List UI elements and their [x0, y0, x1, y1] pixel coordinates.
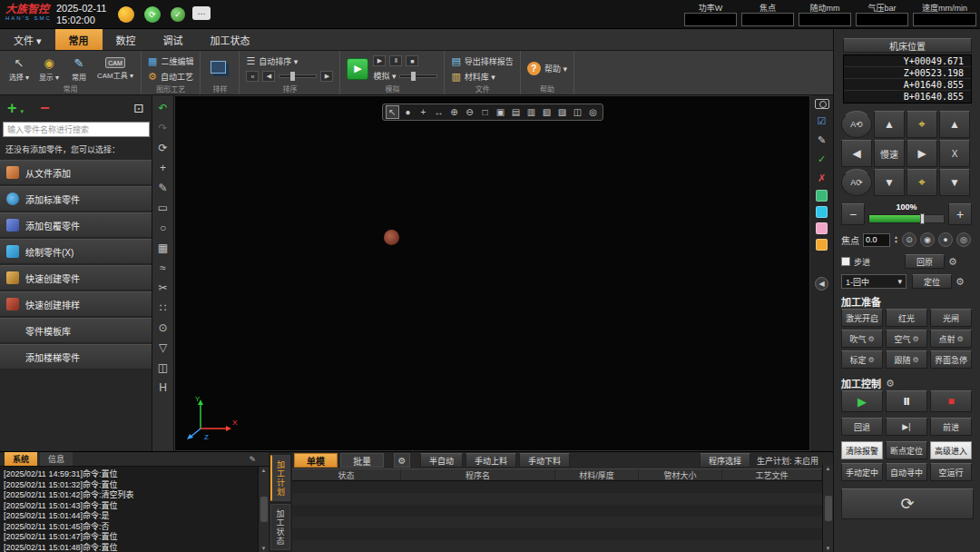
sim-stop-button[interactable]: ■: [406, 55, 418, 66]
quick-create-part-item[interactable]: 快速创建零件: [0, 265, 152, 291]
col-process-file[interactable]: 工艺文件: [722, 469, 822, 480]
air-button[interactable]: 空气 ⚙: [886, 330, 927, 348]
speed-handle[interactable]: [920, 213, 925, 224]
menu-debug[interactable]: 调试: [150, 29, 197, 50]
simulate-start-button[interactable]: ▶: [347, 58, 368, 80]
step-back-button[interactable]: 回退: [841, 418, 883, 436]
tab-single-mode[interactable]: 单模: [294, 453, 338, 468]
jog-z-up-button[interactable]: ▲: [939, 111, 970, 138]
pause-button[interactable]: Ⅱ: [886, 390, 927, 412]
single-step-button[interactable]: ▶|: [886, 418, 927, 436]
scroll-up-icon[interactable]: ▲: [261, 468, 267, 473]
home-settings-icon[interactable]: ⚙: [948, 256, 957, 268]
red-light-button[interactable]: 红光: [886, 309, 927, 327]
slow-speed-button[interactable]: 慢速: [874, 140, 905, 167]
tab-batch-mode[interactable]: 批量: [340, 453, 384, 468]
remove-part-button[interactable]: −: [40, 99, 50, 118]
curve-icon[interactable]: ≈: [155, 260, 172, 276]
breakpoint-locate-button[interactable]: 断点定位: [886, 441, 927, 459]
log-list[interactable]: [2025/02/11 14:59:31]命令:置位 [2025/02/11 1…: [0, 467, 269, 552]
nest-tool[interactable]: [207, 59, 232, 79]
message-icon[interactable]: ⋯: [192, 6, 211, 20]
center-view-icon[interactable]: ◎: [586, 105, 600, 119]
quick-create-nest-item[interactable]: 快速创建排样: [0, 291, 152, 317]
sim-speed-slider[interactable]: [399, 74, 437, 78]
focus-spinner[interactable]: ▲▼: [894, 235, 898, 244]
tab-system[interactable]: 系统: [5, 452, 37, 466]
nozzle-light-down-button[interactable]: ⌖: [906, 169, 937, 196]
col-material-thickness[interactable]: 材料/厚度: [555, 469, 639, 480]
add-wrap-part-item[interactable]: 添加包覆零件: [0, 212, 152, 238]
control-settings-icon[interactable]: ⚙: [886, 378, 895, 389]
stop-button[interactable]: ■: [930, 390, 972, 412]
spot-shot-settings-icon[interactable]: ⚙: [956, 335, 963, 343]
jog-down-button[interactable]: ▼: [874, 169, 905, 196]
focus-action-button-4[interactable]: ◎: [956, 232, 971, 247]
machine-position-button[interactable]: 机床位置: [843, 38, 972, 53]
sim-pause-button[interactable]: Ⅱ: [389, 55, 402, 66]
tab-info[interactable]: 信息: [40, 452, 73, 466]
ok-status-icon[interactable]: ✓: [171, 7, 185, 22]
spot-shot-button[interactable]: 点射 ⚙: [930, 330, 972, 348]
redo-icon[interactable]: ↷: [155, 120, 172, 136]
edit-list-icon[interactable]: ✎: [815, 133, 829, 147]
chamfer-icon[interactable]: ▽: [155, 340, 172, 356]
help-tool[interactable]: ? 帮助 ▾: [527, 62, 567, 75]
program-select-button[interactable]: 程序选择: [700, 453, 750, 468]
jog-left-button[interactable]: ◀: [841, 140, 872, 167]
blow-button[interactable]: 吹气 ⚙: [841, 330, 883, 348]
scroll-thumb[interactable]: [825, 496, 832, 521]
view-top-icon[interactable]: ▧: [540, 105, 554, 119]
sort-first-button[interactable]: «: [246, 71, 259, 82]
menu-file[interactable]: 文件 ▾: [0, 29, 55, 50]
auto-sort-tool[interactable]: ☰ 自动排序 ▾: [246, 55, 333, 67]
axis-x-button[interactable]: X: [939, 140, 970, 167]
part-template-library-item[interactable]: 零件模板库: [0, 318, 152, 343]
layer-orange-swatch[interactable]: [816, 239, 828, 251]
step-forward-button[interactable]: 前进: [930, 418, 972, 436]
table-body[interactable]: [292, 481, 822, 552]
speed-minus-button[interactable]: −: [841, 203, 865, 225]
laser-on-button[interactable]: 激光开启: [841, 309, 883, 327]
view-front-icon[interactable]: ▤: [509, 105, 523, 119]
start-button[interactable]: ▶: [841, 390, 883, 412]
display-tool[interactable]: ◉ 显示 ▾: [36, 56, 62, 82]
circle-icon[interactable]: ○: [155, 220, 172, 236]
canvas-select-icon[interactable]: ↖: [386, 105, 399, 119]
zoom-fit-icon[interactable]: ▣: [494, 105, 507, 119]
sort-slider[interactable]: [279, 74, 317, 78]
mode-settings-button[interactable]: ⚙: [394, 453, 410, 468]
select-tool[interactable]: ↖ 选择 ▾: [6, 56, 32, 82]
follow-button[interactable]: 跟随 ⚙: [886, 350, 927, 369]
draw-line-icon[interactable]: ✎: [155, 180, 172, 196]
add-part-dropdown-icon[interactable]: ▾: [21, 108, 24, 115]
focus-action-button-1[interactable]: ⊙: [902, 232, 916, 247]
pan-icon[interactable]: ↔: [432, 105, 446, 119]
hbeam-profile-icon[interactable]: H: [155, 380, 172, 396]
simulate-tool[interactable]: 模拟 ▾: [373, 70, 437, 82]
follow-settings-icon[interactable]: ⚙: [912, 356, 918, 364]
dry-run-button[interactable]: 空运行: [930, 463, 972, 481]
undo-icon[interactable]: ↶: [155, 100, 172, 116]
manual-center-button[interactable]: 手动定中: [841, 463, 883, 481]
confirm-icon[interactable]: ✓: [815, 152, 829, 166]
collapse-panel-button[interactable]: ◀: [815, 277, 828, 291]
view-all-icon[interactable]: ◫: [571, 105, 584, 119]
view-iso-icon[interactable]: ▨: [555, 105, 569, 119]
tab-machining-state[interactable]: 加工状态: [270, 504, 290, 550]
jog-up-button[interactable]: ▲: [874, 111, 905, 138]
draw-part-item[interactable]: 绘制零件(X): [0, 239, 152, 264]
rotate-a-ccw-button[interactable]: A⟲: [841, 111, 872, 138]
array-grid-icon[interactable]: ▦: [155, 240, 172, 256]
part-search-input[interactable]: [3, 122, 150, 137]
zoom-window-icon[interactable]: □: [478, 105, 492, 119]
tube-cross-section[interactable]: [384, 230, 399, 245]
delete-icon[interactable]: ✗: [815, 171, 829, 185]
jog-right-button[interactable]: ▶: [906, 140, 937, 167]
focus-action-button-2[interactable]: ◉: [920, 232, 935, 247]
jog-z-down-button[interactable]: ▼: [939, 169, 970, 196]
layer-green-swatch[interactable]: [816, 190, 828, 202]
layer-pink-swatch[interactable]: [816, 222, 828, 234]
drawing-canvas[interactable]: ↖ ● + ↔ ⊕ ⊖ □ ▣ ▤ ▥ ▧ ▨ ◫ ◎ Y X Z: [174, 95, 810, 451]
auto-process-tool[interactable]: ⚙ 自动工艺: [148, 71, 193, 83]
